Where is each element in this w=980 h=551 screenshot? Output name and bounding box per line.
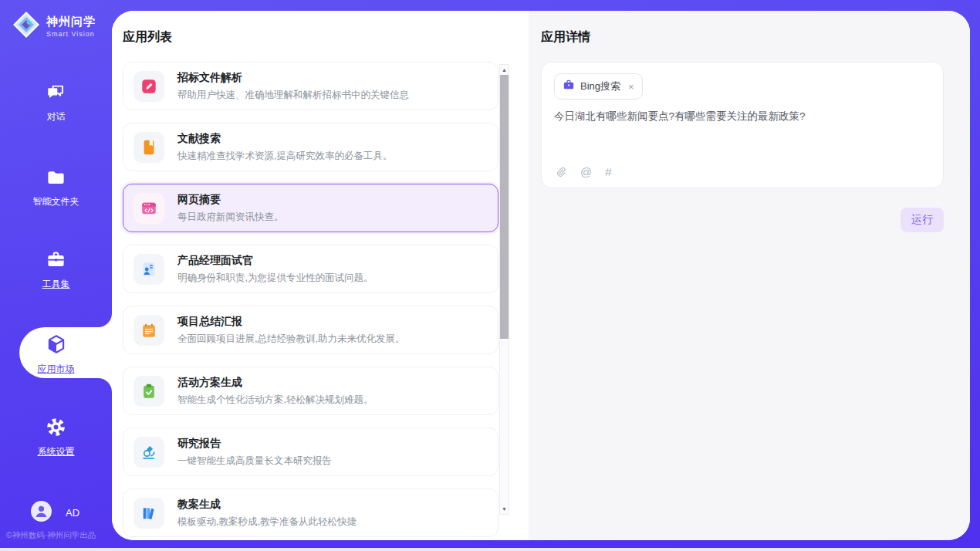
sidebar: 神州问学 Smart Vision 对话 智能文件夹 [0,0,112,551]
app-description: 每日政府新闻资讯快查。 [177,211,284,224]
sidebar-item-label: 对话 [47,110,66,123]
tag-close-icon[interactable]: × [628,81,634,93]
app-list-title: 应用列表 [123,29,529,46]
app-card-selected[interactable]: 网页摘要 每日政府新闻资讯快查。 [123,184,498,232]
sidebar-item-label: 智能文件夹 [33,195,79,208]
edit-document-icon [133,71,164,102]
tool-tag-label: Bing搜索 [580,79,620,93]
prompt-toolbar: @ # [555,165,612,178]
app-detail-panel: 应用详情 Bing搜索 × 今日湖北有哪些新闻要点?有哪些需要关注的最新政策? [529,11,970,540]
app-description: 模板驱动,教案秒成,教学准备从此轻松快捷 [177,516,357,529]
app-description: 快速精准查找学术资源,提高研究效率的必备工具。 [177,150,392,163]
app-detail-title: 应用详情 [541,29,944,46]
app-card[interactable]: 项目总结汇报 全面回顾项目进展,总结经验教训,助力未来优化发展。 [123,306,498,354]
app-card[interactable]: 文献搜索 快速精准查找学术资源,提高研究效率的必备工具。 [123,123,498,171]
toolbox-icon [46,249,66,273]
sidebar-item-smart-folder[interactable]: 智能文件夹 [0,167,112,208]
microscope-icon [133,437,164,468]
book-icon [133,132,164,163]
app-description: 全面回顾项目进展,总结经验教训,助力未来优化发展。 [177,333,404,346]
tool-tag-bing-search[interactable]: Bing搜索 × [554,73,643,100]
notepad-icon [133,315,164,346]
app-card-list: 招标文件解析 帮助用户快速、准确地理解和解析招标书中的关键信息 文献搜索 快速精… [123,62,498,537]
scrollbar-thumb[interactable] [500,75,509,339]
copyright-footer: ©神州数码·神州问学出品 [6,530,96,541]
scrollbar-down-icon[interactable]: ▼ [500,504,509,514]
browser-code-icon [133,193,164,224]
clipboard-check-icon [133,376,164,407]
app-card[interactable]: 产品经理面试官 明确身份和职责,为您提供专业性的面试问题。 [123,245,498,293]
app-list-panel: 应用列表 招标文件解析 帮助用户快速、准确地理解和解析招标书中的关键信息 [112,11,529,540]
user-account[interactable]: AD [31,501,79,525]
books-icon [133,498,164,529]
sidebar-item-label: 应用市场 [38,363,75,376]
brand-tagline: Smart Vision [46,30,96,38]
mention-icon[interactable]: @ [580,165,592,178]
user-name: AD [66,507,79,519]
sidebar-item-settings[interactable]: 系统设置 [0,417,112,458]
scrollbar-up-icon[interactable]: ▲ [500,65,509,75]
brand-name: 神州问学 [46,15,96,29]
cube-icon [46,333,67,358]
app-card[interactable]: 教案生成 模板驱动,教案秒成,教学准备从此轻松快捷 [123,488,498,537]
brand-logo: 神州问学 Smart Vision [12,11,96,42]
app-card[interactable]: 招标文件解析 帮助用户快速、准确地理解和解析招标书中的关键信息 [123,62,498,110]
run-row: 运行 [541,208,944,232]
briefcase-icon [563,79,575,94]
app-description: 一键智能生成高质量长文本研究报告 [177,455,332,468]
avatar [31,501,52,525]
interviewer-icon [133,254,164,285]
gear-icon [46,417,66,441]
main-panel: 应用列表 招标文件解析 帮助用户快速、准确地理解和解析招标书中的关键信息 [112,11,970,540]
folder-icon [46,167,66,191]
app-name: 研究报告 [177,437,332,451]
run-button[interactable]: 运行 [901,208,944,232]
bottom-edge-strip [0,548,980,551]
app-description: 明确身份和职责,为您提供专业性的面试问题。 [177,272,373,285]
app-card[interactable]: 研究报告 一键智能生成高质量长文本研究报告 [123,428,498,476]
app-card[interactable]: 活动方案生成 智能生成个性化活动方案,轻松解决规划难题。 [123,367,498,415]
prompt-input[interactable]: 今日湖北有哪些新闻要点?有哪些需要关注的最新政策? [554,110,931,123]
diamond-logo-icon [12,11,40,42]
app-description: 智能生成个性化活动方案,轻松解决规划难题。 [177,394,373,407]
scrollbar[interactable]: ▲ ▼ [499,64,509,515]
app-name: 招标文件解析 [177,71,409,85]
sidebar-item-app-market[interactable]: 应用市场 [0,333,112,376]
app-name: 产品经理面试官 [177,254,373,268]
app-name: 教案生成 [177,498,357,512]
sidebar-item-chat[interactable]: 对话 [0,82,112,123]
paperclip-icon[interactable] [555,166,567,178]
app-name: 项目总结汇报 [177,315,404,329]
hash-icon[interactable]: # [605,165,611,178]
app-name: 文献搜索 [177,132,392,146]
sidebar-item-label: 系统设置 [38,445,75,458]
sidebar-item-label: 工具集 [42,278,70,291]
chat-icon [46,82,66,106]
prompt-card: Bing搜索 × 今日湖北有哪些新闻要点?有哪些需要关注的最新政策? @ # [541,62,944,188]
app-description: 帮助用户快速、准确地理解和解析招标书中的关键信息 [177,89,409,102]
app-name: 活动方案生成 [177,376,373,390]
app-name: 网页摘要 [177,193,284,207]
sidebar-item-toolset[interactable]: 工具集 [0,249,112,291]
